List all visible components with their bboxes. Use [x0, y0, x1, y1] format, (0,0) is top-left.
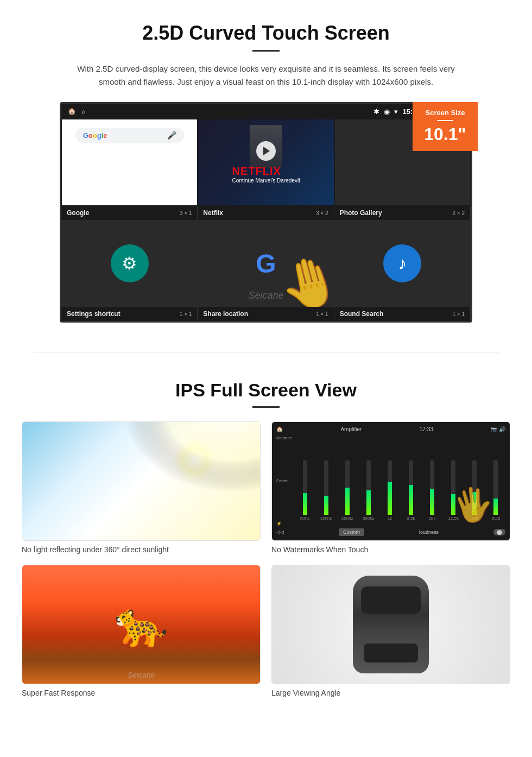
netflix-sub-text: Continue Marvel's Daredevil — [232, 178, 300, 184]
amp-bar-6: 10k — [423, 460, 442, 521]
netflix-bg: NETFLIX Continue Marvel's Daredevil — [198, 119, 333, 205]
sunlight-image — [22, 421, 261, 541]
netflix-label: NETFLIX Continue Marvel's Daredevil — [228, 165, 305, 184]
ips-title-underline — [252, 406, 280, 408]
amp-icons: 📷 🔊 — [491, 426, 505, 432]
amp-label-3: 500hz — [363, 516, 375, 521]
amp-label-0: 60hz — [300, 516, 309, 521]
google-label: Google — [67, 209, 89, 217]
car-bg — [272, 565, 510, 684]
ips-item-cheetah: 🐆 Seicane Super Fast Response — [22, 565, 261, 697]
screen-size-badge: Screen Size 10.1" — [413, 102, 478, 151]
sunlight-bg — [22, 422, 260, 540]
settings-label: Settings shortcut — [67, 310, 121, 318]
amp-toggle: ⬤ — [493, 529, 505, 535]
amp-bar-0: 60hz — [295, 460, 314, 521]
amp-balance-label: Balance — [276, 436, 293, 440]
settings-icon-circle: ⚙ — [111, 244, 149, 282]
amp-time: 17:33 — [420, 426, 433, 432]
google-app-cell[interactable]: Google 🎤 — [61, 119, 198, 206]
location-icon: ◉ — [384, 108, 390, 116]
sound-size: 1 × 1 — [452, 311, 465, 317]
amp-fill-1 — [324, 496, 328, 515]
title-underline — [252, 50, 280, 52]
amp-bar-1: 100hz — [316, 460, 335, 521]
settings-size: 1 × 1 — [180, 311, 192, 317]
photo-label-cell: Photo Gallery 2 × 2 — [334, 206, 471, 220]
google-mic-icon: 🎤 — [167, 131, 176, 140]
share-label-cell: Share location 1 × 1 — [198, 307, 334, 321]
amp-main: Balance Fader ⚡ 60hz — [276, 436, 505, 526]
google-size: 3 × 1 — [180, 210, 192, 216]
amp-footer: ◁◁ Custom loudness ⬤ — [276, 528, 505, 536]
amp-fill-0 — [303, 493, 307, 515]
amp-track-0 — [303, 460, 307, 515]
share-label: Share location — [203, 310, 248, 318]
app-labels-row2: Settings shortcut 1 × 1 Share location 1… — [61, 307, 471, 321]
amp-track-3 — [366, 460, 371, 515]
amp-eq-icon: ⚡ — [276, 521, 293, 526]
cheetah-watermark: Seicane — [128, 671, 155, 679]
amp-bar-5: 2.5k — [401, 460, 420, 521]
sunlight-caption: No light reflecting under 360° direct su… — [22, 545, 261, 554]
settings-gear-icon: ⚙ — [122, 253, 137, 274]
cheetah-image: 🐆 Seicane — [22, 565, 261, 684]
play-button[interactable] — [256, 141, 276, 161]
hand-icon: 🤚 — [273, 248, 334, 307]
amplifier-bg: 🏠 Amplifier 17:33 📷 🔊 Balance Fader ⚡ — [272, 422, 510, 540]
signal-icon: ▾ — [394, 108, 398, 116]
amp-fill-4 — [388, 482, 392, 515]
amp-track-5 — [409, 460, 413, 515]
amp-labels: Balance Fader ⚡ — [276, 436, 295, 526]
amp-label-6: 10k — [429, 516, 436, 521]
netflix-label-name: Netflix — [203, 209, 223, 217]
amplifier-caption: No Watermarks When Touch — [271, 545, 510, 554]
amp-hand-icon: 🖐 — [449, 482, 496, 527]
sound-label-cell: Sound Search 1 × 1 — [334, 307, 471, 321]
car-image — [271, 565, 510, 684]
section-ips: IPS Full Screen View — [0, 363, 532, 714]
google-search-bar[interactable]: Google 🎤 — [75, 128, 184, 143]
ips-grid: No light reflecting under 360° direct su… — [22, 421, 510, 697]
netflix-logo-text: NETFLIX — [232, 165, 300, 178]
share-size: 1 × 1 — [316, 311, 328, 317]
play-triangle-icon — [263, 147, 270, 155]
amp-fader-label: Fader — [276, 478, 293, 483]
ips-item-sunlight: No light reflecting under 360° direct su… — [22, 421, 261, 554]
netflix-label-cell: Netflix 3 × 2 — [198, 206, 334, 220]
car-front-window — [361, 586, 421, 614]
android-screen: 🏠 ⌕ ✱ ◉ ▾ 15:06 ⊡ ◁) ⊠ ▭ — [60, 102, 472, 323]
music-note-icon: ♪ — [398, 254, 407, 274]
amp-label-4: 1k — [388, 516, 392, 521]
badge-divider — [437, 120, 453, 121]
app-grid-row2: ⚙ G 🤚 ♪ Seicane — [61, 220, 471, 307]
amp-label-5: 2.5k — [407, 516, 415, 521]
status-left: 🏠 ⌕ — [68, 108, 85, 115]
share-location-cell[interactable]: G 🤚 — [198, 220, 334, 307]
light-rays-svg — [22, 422, 260, 540]
section1-desc: With 2.5D curved-display screen, this de… — [76, 62, 456, 89]
settings-label-cell: Settings shortcut 1 × 1 — [61, 307, 198, 321]
amp-fill-5 — [409, 485, 413, 515]
section2-title: IPS Full Screen View — [22, 380, 510, 401]
amp-custom-btn: Custom — [339, 528, 364, 536]
car-caption: Large Viewing Angle — [271, 689, 510, 697]
amp-fill-6 — [430, 489, 434, 515]
amp-track-4 — [388, 460, 392, 515]
google-label-cell: Google 3 × 1 — [61, 206, 198, 220]
ips-item-amplifier: 🏠 Amplifier 17:33 📷 🔊 Balance Fader ⚡ — [271, 421, 510, 554]
sound-search-cell[interactable]: ♪ — [334, 220, 471, 307]
cheetah-caption: Super Fast Response — [22, 689, 261, 697]
amp-bar-4: 1k — [380, 460, 399, 521]
amp-track-9 — [493, 460, 498, 515]
badge-size: 10.1" — [418, 124, 472, 144]
photo-label-name: Photo Gallery — [340, 209, 382, 217]
google-logo: Google — [83, 131, 107, 140]
device-wrapper: Screen Size 10.1" 🏠 ⌕ ✱ ◉ ▾ 15:06 ⊡ ◁) — [60, 102, 472, 323]
amp-label-2: 200hz — [341, 516, 353, 521]
amp-track-1 — [324, 460, 328, 515]
svg-point-0 — [80, 422, 260, 533]
netflix-app-cell[interactable]: NETFLIX Continue Marvel's Daredevil — [198, 119, 334, 206]
settings-app-cell[interactable]: ⚙ — [61, 220, 198, 307]
sound-label: Sound Search — [340, 310, 384, 318]
